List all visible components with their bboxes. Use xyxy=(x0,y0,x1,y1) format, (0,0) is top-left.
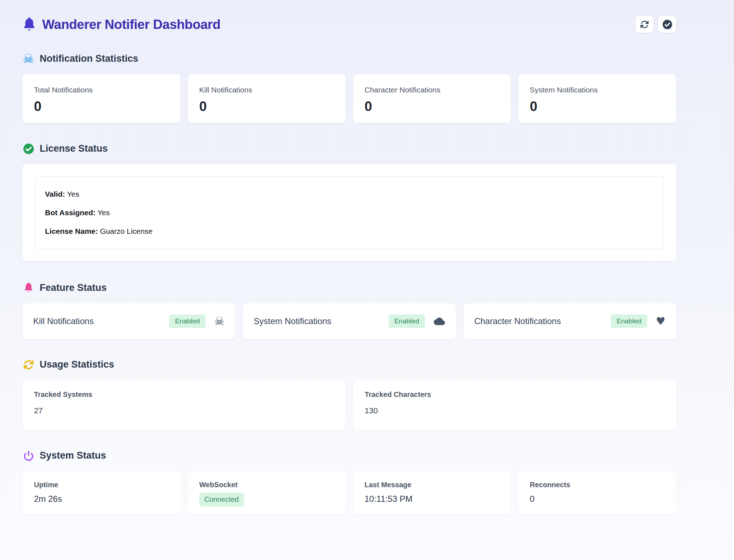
feature-label: Kill Notifications xyxy=(33,316,94,326)
heart-icon: ♥ xyxy=(656,316,665,327)
refresh-icon xyxy=(23,359,34,370)
header-toolbar xyxy=(635,16,676,33)
cloud-icon xyxy=(434,316,445,327)
feature-label: System Notifications xyxy=(254,316,331,326)
refresh-button[interactable] xyxy=(635,16,653,33)
section-title: System Status xyxy=(40,450,106,461)
status-badge: Enabled xyxy=(389,314,425,328)
feature-label: Character Notifications xyxy=(474,316,561,326)
section-heading-usage-statistics: Usage Statistics xyxy=(23,359,676,370)
section-title: Notification Statistics xyxy=(40,53,138,64)
license-field-value: Guarzo License xyxy=(98,227,153,235)
system-label: Reconnects xyxy=(530,481,665,489)
system-value: 2m 26s xyxy=(34,494,169,504)
stat-label: System Notifications xyxy=(530,86,665,94)
stat-label: Total Notifications xyxy=(34,86,169,94)
license-valid-line: Valid: Yes xyxy=(45,190,654,198)
license-name-line: License Name: Guarzo License xyxy=(45,227,654,236)
system-label: WebSocket xyxy=(199,481,334,489)
usage-label: Tracked Characters xyxy=(365,390,665,399)
system-card-reconnects: Reconnects 0 xyxy=(518,471,676,515)
header-title-group: Wanderer Notifier Dashboard xyxy=(23,17,220,32)
bell-icon xyxy=(23,17,36,32)
connected-badge: Connected xyxy=(199,493,244,506)
status-badge: Enabled xyxy=(611,314,647,328)
license-card: Valid: Yes Bot Assigned: Yes License Nam… xyxy=(23,164,676,261)
system-card-uptime: Uptime 2m 26s xyxy=(23,471,180,515)
feature-status-group: Enabled ☠ xyxy=(169,314,224,328)
usage-label: Tracked Systems xyxy=(34,390,334,399)
refresh-icon xyxy=(640,20,649,29)
license-field-label: Bot Assigned: xyxy=(45,208,96,217)
feature-status-group: Enabled ♥ xyxy=(611,314,665,328)
skull-crossbones-icon: ☠ xyxy=(214,316,225,327)
license-field-value: Yes xyxy=(65,190,79,198)
bell-icon xyxy=(23,282,34,294)
system-card-last-message: Last Message 10:11:53 PM xyxy=(353,471,511,515)
system-label: Last Message xyxy=(365,481,500,489)
usage-card-tracked-systems: Tracked Systems 27 xyxy=(23,380,345,430)
license-field-label: Valid: xyxy=(45,190,65,198)
stat-value: 0 xyxy=(199,99,334,114)
stat-card-character-notifications: Character Notifications 0 xyxy=(353,74,511,123)
feature-card-kill-notifications: Kill Notifications Enabled ☠ xyxy=(23,303,235,339)
section-title: Usage Statistics xyxy=(40,359,114,370)
feature-status-row: Kill Notifications Enabled ☠ System Noti… xyxy=(23,303,676,339)
license-field-label: License Name: xyxy=(45,227,98,235)
license-bot-assigned-line: Bot Assigned: Yes xyxy=(45,208,654,217)
feature-card-character-notifications: Character Notifications Enabled ♥ xyxy=(464,303,676,339)
stat-label: Character Notifications xyxy=(365,86,500,94)
dashboard-page: Wanderer Notifier Dashboard xyxy=(0,0,734,515)
check-circle-icon xyxy=(662,19,673,30)
license-details-box: Valid: Yes Bot Assigned: Yes License Nam… xyxy=(35,176,664,249)
notification-stats-row: Total Notifications 0 Kill Notifications… xyxy=(23,74,676,123)
system-status-row: Uptime 2m 26s WebSocket Connected Last M… xyxy=(23,471,676,515)
stat-card-total-notifications: Total Notifications 0 xyxy=(23,74,180,123)
stat-value: 0 xyxy=(365,99,500,114)
page-title: Wanderer Notifier Dashboard xyxy=(42,17,220,32)
usage-stats-row: Tracked Systems 27 Tracked Characters 13… xyxy=(23,380,676,430)
section-heading-feature-status: Feature Status xyxy=(23,282,676,294)
usage-value: 27 xyxy=(34,406,334,415)
power-icon xyxy=(23,450,34,461)
stat-card-kill-notifications: Kill Notifications 0 xyxy=(188,74,346,123)
section-heading-notification-statistics: ☠ Notification Statistics xyxy=(23,53,676,65)
usage-value: 130 xyxy=(365,406,665,415)
stat-label: Kill Notifications xyxy=(199,86,334,94)
section-title: Feature Status xyxy=(40,282,107,293)
section-heading-license-status: License Status xyxy=(23,143,676,155)
feature-status-group: Enabled xyxy=(389,314,445,328)
license-field-value: Yes xyxy=(96,208,110,217)
system-card-websocket: WebSocket Connected xyxy=(188,471,346,515)
skull-crossbones-icon: ☠ xyxy=(23,53,34,65)
header: Wanderer Notifier Dashboard xyxy=(23,16,676,33)
section-heading-system-status: System Status xyxy=(23,450,676,461)
system-value: 0 xyxy=(530,494,665,504)
check-circle-icon xyxy=(23,143,34,155)
stat-value: 0 xyxy=(530,99,665,114)
stat-card-system-notifications: System Notifications 0 xyxy=(518,74,676,123)
stat-value: 0 xyxy=(34,99,169,114)
status-badge: Enabled xyxy=(169,314,206,328)
websocket-status-wrap: Connected xyxy=(199,493,334,506)
feature-card-system-notifications: System Notifications Enabled xyxy=(243,303,455,339)
system-value: 10:11:53 PM xyxy=(365,494,500,504)
system-label: Uptime xyxy=(34,481,169,489)
section-title: License Status xyxy=(40,143,108,154)
confirm-button[interactable] xyxy=(658,16,676,33)
usage-card-tracked-characters: Tracked Characters 130 xyxy=(353,380,676,430)
